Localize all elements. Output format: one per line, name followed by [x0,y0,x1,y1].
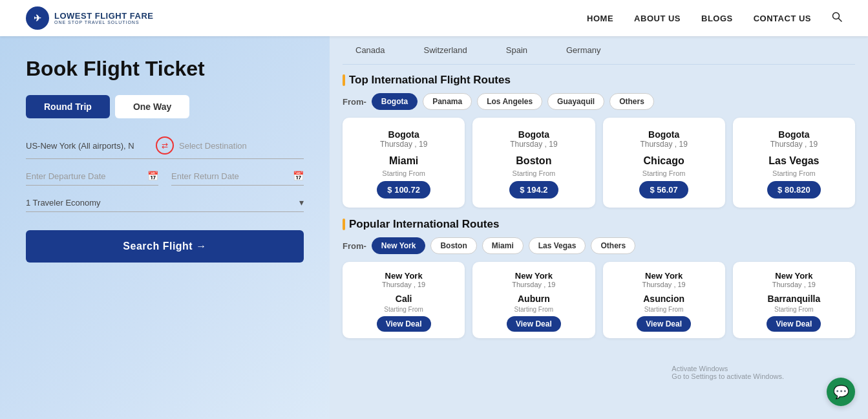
nav-blogs[interactable]: BLOGS [701,14,733,23]
filter-lasvegas-pop[interactable]: Las Vegas [529,237,586,254]
logo: ✈ LOWEST FLIGHT FARE ONE STOP TRAVEL SOL… [26,6,153,30]
pop-price-btn-cali[interactable]: View Deal [377,316,431,332]
top-routes-title: Top International Flight Routes [343,74,855,87]
pop-card-from: New York [645,271,683,281]
book-title: Book Flight Ticket [26,57,304,81]
card-date: Thursday , 19 [380,140,427,149]
filter-others-top[interactable]: Others [609,93,654,110]
nav-about[interactable]: ABOUT US [634,14,681,23]
search-icon[interactable] [832,12,842,25]
pop-card-date: Thursday , 19 [642,281,685,288]
card-to: Chicago [644,155,684,167]
card-ny-auburn: New York Thursday , 19 Auburn Starting F… [472,262,595,338]
price-button-miami[interactable]: $ 100.72 [377,181,430,199]
country-tab-germany[interactable]: Germany [566,45,600,55]
nav-home[interactable]: HOME [587,14,613,23]
pop-price-btn-asuncion[interactable]: View Deal [637,316,691,332]
filter-guayaquil[interactable]: Guayaquil [547,93,604,110]
pop-card-starting: Starting From [774,306,814,313]
return-field: 📅 [171,171,304,186]
search-flight-button[interactable]: Search Flight → [26,230,304,263]
swap-icon[interactable]: ⇄ [156,136,174,155]
nav: HOME ABOUT US BLOGS CONTACT US [587,12,842,25]
booking-panel: Book Flight Ticket Round Trip One Way ⇄ … [0,36,330,419]
traveler-label: 1 Traveler Economy [26,198,101,208]
card-from: Bogota [518,129,549,140]
pop-card-from: New York [775,271,812,281]
origin-input[interactable] [26,141,151,151]
card-ny-cali: New York Thursday , 19 Cali Starting Fro… [343,262,465,338]
country-tabs: Canada Switzerland Spain Germany [343,36,855,65]
country-tab-switzerland[interactable]: Switzerland [424,45,467,55]
chat-bubble[interactable]: 💬 [827,378,855,406]
card-from: Bogota [648,129,679,140]
pop-card-from: New York [515,271,553,281]
pop-card-starting: Starting From [514,306,554,313]
pop-price-btn-barranquilla[interactable]: View Deal [767,316,821,332]
flights-panel: Canada Switzerland Spain Germany Top Int… [330,36,868,419]
card-starting: Starting From [382,169,425,177]
one-way-button[interactable]: One Way [115,95,189,118]
return-input[interactable] [171,171,289,181]
filter-panama[interactable]: Panama [423,93,472,110]
round-trip-button[interactable]: Round Trip [26,95,110,118]
departure-input[interactable] [26,171,143,181]
top-routes-section: Top International Flight Routes From- Bo… [343,74,855,208]
country-tab-canada[interactable]: Canada [355,45,385,55]
trip-type-buttons: Round Trip One Way [26,95,304,118]
search-form: ⇄ 📅 📅 1 Traveler Economy ▾ Search Flight… [26,136,304,263]
popular-routes-section: Popular International Routes From- New Y… [343,218,855,338]
popular-cards-row: New York Thursday , 19 Cali Starting Fro… [343,262,855,338]
top-from-filter: From- Bogota Panama Los Angeles Guayaqui… [343,93,855,110]
traveler-dropdown[interactable]: 1 Traveler Economy ▾ [26,197,304,212]
pop-card-to: Auburn [518,294,550,304]
card-starting: Starting From [513,169,556,177]
origin-destination-row: ⇄ [26,136,304,159]
pop-card-date: Thursday , 19 [772,281,816,288]
pop-card-starting: Starting From [384,306,423,313]
top-cards-row: Bogota Thursday , 19 Miami Starting From… [343,118,855,208]
price-button-boston[interactable]: $ 194.2 [509,181,558,199]
header: ✈ LOWEST FLIGHT FARE ONE STOP TRAVEL SOL… [0,0,868,36]
svg-text:✈: ✈ [34,13,41,23]
card-from: Bogota [388,129,419,140]
main-layout: Book Flight Ticket Round Trip One Way ⇄ … [0,36,868,419]
card-to: Las Vegas [768,155,819,167]
pop-price-btn-auburn[interactable]: View Deal [507,316,561,332]
card-to: Miami [389,155,418,167]
top-from-label: From- [343,97,366,107]
nav-contact[interactable]: CONTACT US [754,14,811,23]
filter-bogota[interactable]: Bogota [372,93,418,110]
logo-icon: ✈ [26,6,49,30]
departure-field: 📅 [26,171,158,186]
card-bogota-boston: Bogota Thursday , 19 Boston Starting Fro… [472,118,595,208]
card-ny-asuncion: New York Thursday , 19 Asuncion Starting… [603,262,725,338]
filter-boston[interactable]: Boston [430,237,476,254]
card-bogota-miami: Bogota Thursday , 19 Miami Starting From… [343,118,465,208]
price-button-lasvegas[interactable]: $ 80.820 [767,181,821,199]
filter-miami[interactable]: Miami [482,237,524,254]
popular-from-label: From- [343,241,366,251]
logo-sub-text: ONE STOP TRAVEL SOLUTIONS [54,20,153,25]
filter-losangeles[interactable]: Los Angeles [477,93,542,110]
country-tab-spain[interactable]: Spain [506,45,527,55]
filter-others-pop[interactable]: Others [591,237,635,254]
popular-routes-title: Popular International Routes [343,218,855,231]
card-from: Bogota [778,129,809,140]
card-date: Thursday , 19 [770,140,818,149]
destination-input[interactable] [179,141,304,151]
pop-card-to: Barranquilla [768,294,821,304]
price-button-chicago[interactable]: $ 56.07 [639,181,688,199]
pop-card-to: Cali [396,294,412,304]
pop-card-to: Asuncion [643,294,684,304]
svg-line-3 [839,19,842,22]
card-date: Thursday , 19 [510,140,557,149]
card-bogota-chicago: Bogota Thursday , 19 Chicago Starting Fr… [603,118,725,208]
departure-calendar-icon[interactable]: 📅 [147,171,158,181]
card-date: Thursday , 19 [640,140,687,149]
card-bogota-lasvegas: Bogota Thursday , 19 Las Vegas Starting … [733,118,855,208]
chevron-down-icon: ▾ [299,197,304,208]
filter-newyork[interactable]: New York [372,237,426,254]
pop-card-starting: Starting From [644,306,684,313]
return-calendar-icon[interactable]: 📅 [293,171,304,181]
